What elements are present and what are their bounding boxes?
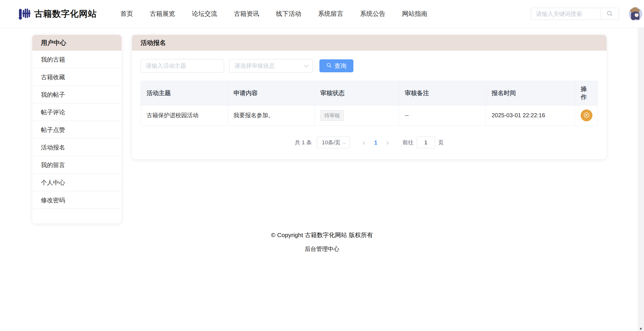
- app-header: 古籍数字化网站 首页 古籍展览 论坛交流 古籍资讯 线下活动 系统留言 系统公告…: [0, 0, 644, 28]
- keyword-search-input[interactable]: [531, 8, 600, 20]
- sidebar-menu: 我的古籍 古籍收藏 我的帖子 帖子评论 帖子点赞 活动报名 我的留言 个人中心 …: [32, 51, 122, 224]
- page-size-select[interactable]: 10条/页: [317, 137, 350, 148]
- sidebar-item-my-messages[interactable]: 我的留言: [32, 156, 122, 174]
- pagination: 共 1 条 10条/页 ‹ 1 › 前往 页: [141, 137, 598, 148]
- sidebar-title: 用户中心: [32, 35, 122, 51]
- column-header-action: 操作: [575, 81, 598, 105]
- cell-activity-topic: 古籍保护进校园活动: [141, 105, 228, 126]
- search-icon: [607, 10, 613, 18]
- cell-signup-time: 2025-03-01 22:22:16: [486, 105, 575, 126]
- site-logo[interactable]: 古籍数字化网站: [18, 6, 97, 21]
- scrollbar-down-arrow-icon[interactable]: ▾: [639, 327, 643, 331]
- page-size-value: 10条/页: [322, 139, 340, 146]
- current-page-button[interactable]: 1: [370, 139, 381, 146]
- cell-action: [575, 105, 598, 126]
- next-page-icon[interactable]: ›: [381, 139, 394, 146]
- site-footer: © Copyright 古籍数字化网站 版权所有 后台管理中心: [0, 231, 644, 253]
- total-count-label: 共 1 条: [295, 139, 312, 146]
- table-header-row: 活动主题 申请内容 审核状态 审核备注 报名时间 操作: [141, 81, 598, 105]
- scroll-book-logo-icon: [18, 6, 31, 21]
- topic-filter-field: [141, 59, 224, 73]
- copyright-text: © Copyright 古籍数字化网站 版权所有: [0, 231, 644, 239]
- nav-item-system-message[interactable]: 系统留言: [318, 10, 343, 18]
- cell-review-remark: --: [399, 105, 486, 126]
- chevron-down-icon: [342, 139, 346, 146]
- activity-topic-input[interactable]: [141, 59, 224, 73]
- nav-item-forum[interactable]: 论坛交流: [192, 10, 217, 18]
- nav-item-site-guide[interactable]: 网站指南: [402, 10, 427, 18]
- sidebar-item-change-password[interactable]: 修改密码: [32, 191, 122, 209]
- nav-item-book-news[interactable]: 古籍资讯: [234, 10, 259, 18]
- site-title: 古籍数字化网站: [34, 8, 97, 20]
- sidebar-item-post-likes[interactable]: 帖子点赞: [32, 121, 122, 139]
- sidebar-item-my-posts[interactable]: 我的帖子: [32, 86, 122, 103]
- cell-review-status: 待审核: [315, 105, 399, 126]
- review-status-select[interactable]: [229, 59, 313, 73]
- circle-close-icon: [583, 112, 590, 119]
- column-header-time: 报名时间: [486, 81, 575, 105]
- page: 古籍数字化网站 首页 古籍展览 论坛交流 古籍资讯 线下活动 系统留言 系统公告…: [0, 0, 644, 331]
- column-header-content: 申请内容: [228, 81, 314, 105]
- column-header-status: 审核状态: [315, 81, 399, 105]
- cell-apply-content: 我要报名参加。: [228, 105, 314, 126]
- sidebar-item-book-favorites[interactable]: 古籍收藏: [32, 68, 122, 86]
- prev-page-icon[interactable]: ‹: [358, 139, 370, 146]
- user-center-sidebar: 用户中心 我的古籍 古籍收藏 我的帖子 帖子评论 帖子点赞 活动报名 我的留言 …: [32, 35, 122, 224]
- nav-item-home[interactable]: 首页: [120, 10, 133, 18]
- goto-page-input[interactable]: [417, 137, 435, 148]
- sidebar-item-my-books[interactable]: 我的古籍: [32, 51, 122, 68]
- column-header-topic: 活动主题: [141, 81, 228, 105]
- panel-body: 查询 活动主题 申请内容 审核状态: [132, 51, 607, 159]
- table-row: 古籍保护进校园活动 我要报名参加。 待审核 -- 2025-03-01 22:2…: [141, 105, 598, 126]
- filter-bar: 查询: [141, 59, 598, 73]
- goto-page-label: 前往: [403, 139, 414, 146]
- sidebar-item-activity-signup[interactable]: 活动报名: [32, 139, 122, 156]
- search-icon: [326, 63, 332, 69]
- main-nav: 首页 古籍展览 论坛交流 古籍资讯 线下活动 系统留言 系统公告 网站指南: [120, 10, 427, 18]
- signup-table: 活动主题 申请内容 审核状态 审核备注 报名时间 操作 古籍保护进校园活动: [141, 81, 598, 126]
- panel-title: 活动报名: [132, 35, 607, 51]
- admin-center-link[interactable]: 后台管理中心: [0, 245, 644, 253]
- user-avatar[interactable]: [629, 7, 642, 21]
- column-header-remark: 审核备注: [399, 81, 486, 105]
- nav-item-book-exhibition[interactable]: 古籍展览: [150, 10, 175, 18]
- nav-item-offline-activity[interactable]: 线下活动: [276, 10, 301, 18]
- header-search-button[interactable]: [600, 8, 619, 20]
- cancel-signup-button[interactable]: [581, 109, 592, 121]
- query-button[interactable]: 查询: [319, 59, 353, 72]
- header-search-group: [531, 7, 644, 21]
- content-area: 用户中心 我的古籍 古籍收藏 我的帖子 帖子评论 帖子点赞 活动报名 我的留言 …: [0, 28, 644, 224]
- sidebar-item-personal-center[interactable]: 个人中心: [32, 174, 122, 191]
- query-button-label: 查询: [334, 62, 346, 70]
- status-badge: 待审核: [320, 110, 344, 121]
- status-filter-field: [229, 59, 313, 73]
- sidebar-item-post-comments[interactable]: 帖子评论: [32, 103, 122, 121]
- page-unit-label: 页: [438, 139, 444, 146]
- nav-item-system-notice[interactable]: 系统公告: [360, 10, 385, 18]
- scrollbar-track[interactable]: [638, 28, 644, 331]
- activity-signup-panel: 活动报名: [132, 35, 607, 159]
